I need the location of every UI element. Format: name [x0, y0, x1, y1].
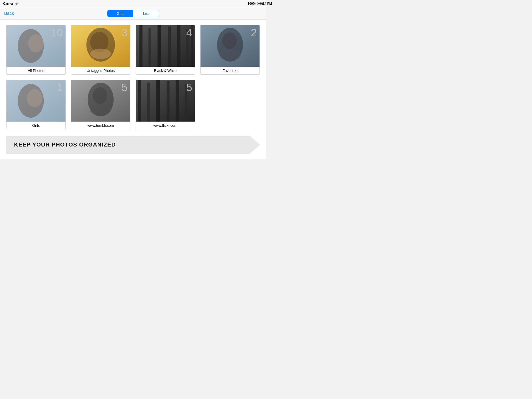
svg-rect-27 [138, 80, 141, 122]
album-thumb-bw: 4 [136, 25, 195, 67]
album-item-untagged[interactable]: 3 Untagged Photos [71, 25, 130, 75]
album-label-untagged: Untagged Photos [71, 67, 130, 74]
album-label-girls: Girls [6, 122, 65, 129]
album-thumb-untagged: 3 [71, 25, 130, 67]
album-label-flickr: www.flickr.com [136, 122, 195, 129]
svg-rect-28 [147, 83, 150, 122]
svg-rect-8 [139, 25, 143, 67]
album-count-flickr: 5 [186, 82, 192, 93]
status-bar: Carrier 9:24 PM 100% [0, 0, 266, 7]
svg-point-24 [93, 87, 108, 104]
album-thumb-flickr: 5 [136, 80, 195, 122]
album-count-untagged: 3 [122, 27, 128, 38]
battery-percent: 100% [248, 2, 256, 5]
grid-tab[interactable]: Grid [107, 10, 133, 17]
wifi-icon [15, 2, 19, 5]
album-thumb-girls: 1 [6, 80, 65, 122]
album-count-favorites: 2 [251, 27, 257, 38]
main-content: 10 All Photos [0, 20, 266, 159]
status-right: 100% [248, 2, 263, 5]
svg-rect-31 [176, 80, 179, 122]
album-thumb-tumblr: 5 [71, 80, 130, 122]
svg-rect-10 [158, 25, 161, 67]
svg-rect-11 [168, 26, 171, 67]
svg-rect-12 [177, 25, 181, 67]
album-label-bw: Black & White [136, 67, 195, 74]
status-left: Carrier [3, 2, 19, 5]
album-label-favorites: Favorites [201, 67, 260, 74]
album-item-all-photos[interactable]: 10 All Photos [6, 25, 66, 75]
album-label-tumblr: www.tumblr.com [71, 122, 130, 129]
svg-point-21 [27, 89, 43, 107]
svg-point-18 [219, 49, 241, 61]
nav-bar: Back Grid List [0, 7, 266, 20]
svg-rect-29 [156, 80, 160, 122]
album-item-favorites[interactable]: 2 Favorites [200, 25, 260, 75]
back-button[interactable]: Back [4, 11, 14, 16]
svg-point-6 [90, 49, 111, 59]
segmented-control: Grid List [107, 10, 159, 17]
album-item-tumblr[interactable]: 5 www.tumblr.com [71, 80, 130, 129]
album-item-bw[interactable]: 4 Black & White [136, 25, 195, 75]
svg-point-25 [90, 104, 112, 116]
album-count-tumblr: 5 [122, 82, 128, 93]
svg-rect-30 [167, 81, 170, 122]
album-thumb-all-photos: 10 [6, 25, 65, 67]
album-count-bw: 4 [186, 27, 192, 38]
album-grid-row1: 10 All Photos [6, 25, 260, 75]
album-item-flickr[interactable]: 5 www.flickr.com [136, 80, 195, 129]
svg-point-2 [28, 34, 44, 52]
album-item-girls[interactable]: 1 Girls [6, 80, 66, 129]
promo-banner: KEEP YOUR PHOTOS ORGANIZED [6, 136, 260, 154]
album-grid-row2: 1 Girls [6, 80, 260, 129]
svg-point-17 [222, 32, 237, 49]
album-label-all-photos: All Photos [6, 67, 65, 74]
album-count-all-photos: 10 [51, 27, 63, 38]
album-thumb-favorites: 2 [201, 25, 260, 67]
battery-icon [257, 2, 263, 5]
list-tab[interactable]: List [133, 10, 159, 17]
carrier-label: Carrier [3, 2, 13, 5]
album-count-girls: 1 [57, 82, 63, 93]
banner-text: KEEP YOUR PHOTOS ORGANIZED [14, 141, 116, 148]
svg-rect-9 [149, 28, 151, 67]
